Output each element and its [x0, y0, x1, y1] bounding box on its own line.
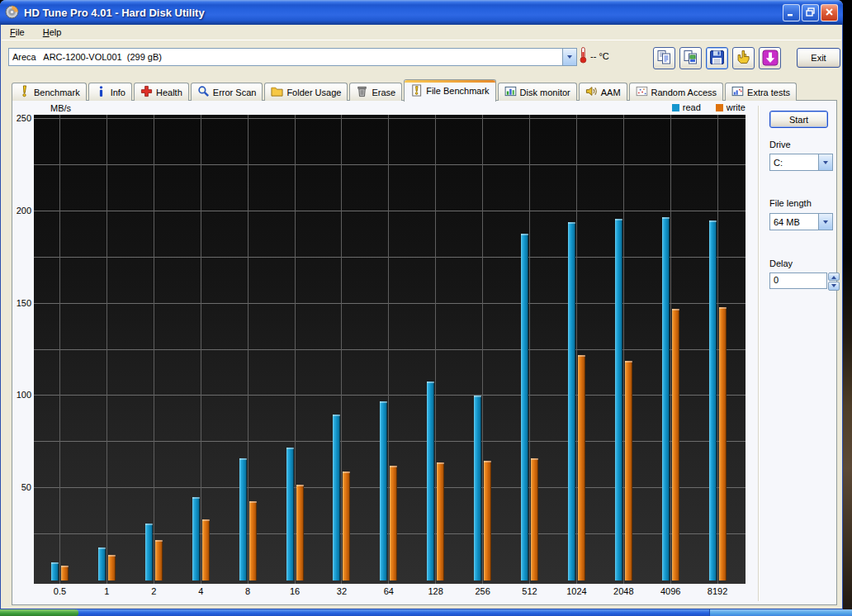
tab-error-scan[interactable]: Error Scan — [191, 83, 263, 101]
tab-disk-monitor[interactable]: Disk monitor — [498, 83, 577, 101]
copy-image-icon — [683, 50, 698, 67]
x-axis-tick-label: 1 — [86, 586, 127, 596]
tab-label: Error Scan — [213, 88, 257, 97]
delay-field-label: Delay — [769, 258, 793, 268]
benchmark-chart-plot — [34, 115, 746, 584]
x-axis-tick-label: 1024 — [556, 586, 597, 596]
gridline-horizontal — [34, 164, 746, 165]
tab-strip: BenchmarkInfoHealthError ScanFolder Usag… — [12, 78, 797, 101]
tab-info[interactable]: Info — [88, 83, 132, 101]
bar-read-4096 — [662, 217, 670, 580]
update-button[interactable] — [759, 47, 781, 69]
y-axis-tick-label: 100 — [12, 390, 31, 400]
bar-write-1024 — [578, 355, 585, 580]
tab-extra-tests[interactable]: Extra tests — [725, 83, 797, 101]
bar-write-1 — [108, 555, 116, 580]
tab-random-access[interactable]: Random Access — [629, 83, 723, 101]
temperature-readout: -- °C — [590, 51, 609, 61]
bar-write-4096 — [672, 309, 679, 580]
title-bar[interactable]: HD Tune Pro 4.01 - Hard Disk Utility — [0, 0, 843, 25]
x-axis-tick-label: 16 — [274, 586, 315, 596]
update-icon — [762, 50, 779, 68]
bar-read-16 — [286, 448, 294, 580]
tab-label: Info — [111, 88, 125, 97]
x-axis-tick-label: 32 — [321, 586, 362, 596]
restore-icon — [806, 7, 815, 18]
restore-button[interactable] — [802, 4, 819, 21]
exit-button[interactable]: Exit — [797, 48, 840, 68]
file-length-dropdown[interactable]: 64 MB — [769, 213, 833, 230]
gridline-vertical — [435, 115, 436, 584]
bar-write-2 — [155, 540, 163, 580]
tab-aam[interactable]: AAM — [579, 83, 627, 101]
menu-help[interactable]: Help — [40, 26, 65, 38]
dropdown-arrow-icon[interactable] — [818, 154, 832, 170]
hdtune-app-icon — [5, 5, 19, 21]
folder-usage-icon — [271, 85, 283, 99]
menu-bar: FileHelp — [2, 25, 841, 40]
close-button[interactable] — [821, 4, 838, 21]
gridline-vertical — [341, 115, 342, 584]
y-axis-tick-label: 250 — [12, 113, 31, 123]
tab-file-benchmark[interactable]: File Benchmark — [404, 79, 495, 102]
bar-write-4 — [202, 519, 210, 580]
tab-label: Random Access — [651, 88, 717, 97]
tab-erase[interactable]: Erase — [349, 83, 402, 101]
taskbar-start-button[interactable] — [0, 609, 78, 616]
tab-health[interactable]: Health — [134, 83, 189, 101]
window-title: HD Tune Pro 4.01 - Hard Disk Utility — [24, 7, 781, 19]
x-axis-tick-label: 8 — [227, 586, 268, 596]
bar-read-128 — [427, 381, 434, 580]
dropdown-arrow-icon[interactable] — [818, 214, 832, 230]
gridline-vertical — [482, 115, 483, 584]
x-axis-tick-label: 512 — [509, 586, 551, 596]
bar-read-512 — [521, 234, 528, 580]
taskbar-tray[interactable] — [709, 609, 852, 616]
file-length-field-label: File length — [769, 198, 812, 208]
copy-text-to-clipboard-button[interactable] — [653, 47, 675, 69]
menu-file[interactable]: File — [7, 26, 28, 38]
x-axis-tick-label: 0.5 — [40, 586, 81, 596]
tab-benchmark[interactable]: Benchmark — [12, 83, 87, 101]
copy-screenshot-button[interactable] — [679, 47, 702, 69]
error-scan-icon — [197, 85, 210, 99]
drive-dropdown[interactable]: C: — [769, 154, 833, 171]
x-axis-tick-label: 256 — [462, 586, 504, 596]
gridline-vertical — [248, 115, 248, 584]
disk-monitor-icon — [504, 85, 517, 99]
drive-field-label: Drive — [769, 140, 791, 149]
x-axis-tick-label: 128 — [415, 586, 457, 596]
tab-folder-usage[interactable]: Folder Usage — [264, 83, 348, 101]
bar-read-256 — [474, 396, 481, 580]
bar-read-4 — [192, 497, 200, 580]
gridline-horizontal — [34, 257, 746, 258]
legend-swatch-write — [716, 104, 723, 111]
gridline-vertical — [717, 115, 718, 584]
y-axis-tick-label: 150 — [12, 298, 31, 308]
minimize-button[interactable] — [783, 4, 800, 21]
gridline-vertical — [670, 115, 671, 584]
save-screenshot-button[interactable] — [706, 47, 728, 69]
tab-label: Benchmark — [34, 88, 80, 97]
tab-label: Disk monitor — [520, 88, 570, 97]
legend-label: read — [683, 102, 701, 112]
x-axis-tick-label: 4 — [180, 586, 221, 596]
thermometer-icon — [579, 46, 588, 65]
dropdown-arrow-icon[interactable] — [562, 49, 576, 65]
file-benchmark-icon — [410, 84, 423, 98]
spin-down-icon[interactable] — [828, 282, 840, 291]
bar-read-1024 — [568, 222, 575, 580]
taskbar-middle[interactable] — [76, 609, 709, 616]
delay-input[interactable]: 0 — [769, 272, 827, 289]
bar-read-32 — [333, 415, 340, 580]
start-button[interactable]: Start — [769, 111, 828, 128]
toolbar: Areca ARC-1200-VOL001 (299 gB) -- °C Exi… — [2, 40, 841, 78]
gridline-vertical — [623, 115, 624, 584]
gridline-vertical — [576, 115, 577, 584]
drive-selector-dropdown[interactable]: Areca ARC-1200-VOL001 (299 gB) — [8, 48, 577, 66]
options-button[interactable] — [732, 47, 755, 69]
tab-label: Folder Usage — [286, 88, 341, 97]
spin-up-icon[interactable] — [828, 272, 840, 281]
minimize-icon — [787, 7, 796, 18]
benchmark-icon — [18, 85, 31, 99]
